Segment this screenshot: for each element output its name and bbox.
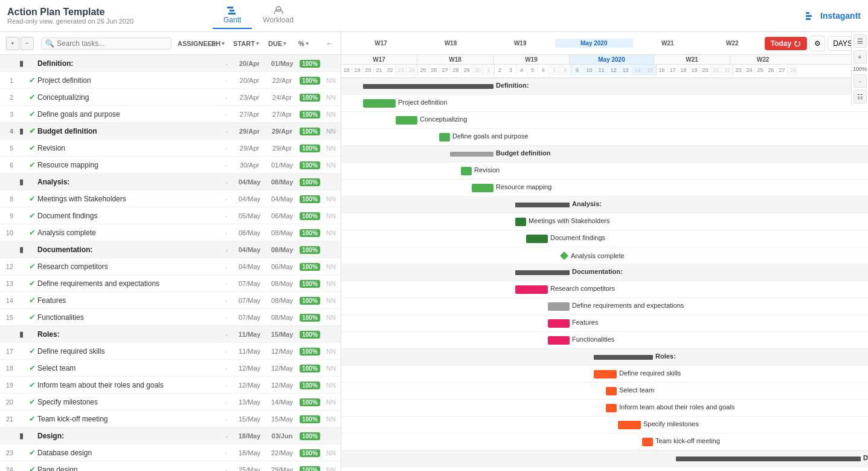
day-cell: 19 [352,65,363,76]
svg-point-3 [276,7,281,11]
gantt-rows: Definition:Project definitionConceptuali… [341,78,868,471]
search-box[interactable]: 🔍 [41,37,172,50]
app-title-area: Action Plan Template Read-only view, gen… [7,7,176,25]
top-header: Action Plan Template Read-only view, gen… [0,0,868,32]
day-cell: 24 [744,65,755,76]
task-panel: ▮ Definition: - 20/Apr 01/May 100% 1 ✔ P… [0,55,341,471]
day-cell: 5 [527,65,538,76]
settings-button[interactable]: ⚙ [809,36,825,51]
day-cell: 2 [495,65,506,76]
gantt-row [341,383,868,400]
gantt-row [341,230,868,247]
collapse-btn[interactable]: ▮ [16,330,27,339]
svg-rect-5 [806,15,812,17]
day-cell: 30 [472,65,483,76]
day-cell: 11 [596,65,608,76]
day-cell: 3 [506,65,516,76]
table-row: 20 ✔ Specify milestones - 13/May 14/May … [0,394,341,411]
collapse-btn[interactable]: ▮ [16,59,27,68]
table-row: 15 ✔ Functionalities - 07/May 08/May 100… [0,309,341,326]
today-button[interactable]: Today ⭮ [765,37,807,50]
day-cell: 27 [440,65,451,76]
gantt-row [341,247,868,264]
table-row: ▮ Definition: - 20/Apr 01/May 100% [0,55,341,72]
day-cell: 26 [766,65,777,76]
gantt-row [341,78,868,95]
day-cell: 22 [385,65,396,76]
tab-workload[interactable]: Workload [252,2,304,29]
day-cell: 18 [678,65,689,76]
toolbar-left: + − 🔍 ASSIGNEE ▾ EH ▾ START ▾ DUE ▾ % ▾ … [0,32,341,54]
tab-workload-label: Workload [263,16,293,24]
day-cell: 17 [667,65,678,76]
day-cell: 20 [700,65,711,76]
gantt-row [341,366,868,383]
week-header-w22: W22 [730,55,796,64]
eh-header: EH ▾ [209,40,231,47]
day-cell: 23 [733,65,744,76]
day-cell: 23 [396,65,407,76]
svg-rect-6 [806,18,811,20]
pct-header: % ▾ [296,40,321,47]
brand: Instagantt [805,10,861,22]
day-cell: 25 [755,65,766,76]
gantt-row [341,400,868,417]
assignee-header: ASSIGNEE ▾ [175,40,209,47]
gantt-row [341,434,868,450]
week-w19: W19 [486,40,555,47]
gantt-row [341,264,868,281]
minimap-btn[interactable]: ☷ [854,90,867,103]
svg-rect-2 [228,13,236,15]
day-cell: 26 [429,65,440,76]
zoom-out-btn[interactable]: - [854,74,867,88]
collapse-all-btn[interactable]: − [21,37,34,50]
day-cell: 28 [451,65,461,76]
day-cell: 15 [644,65,656,76]
collapse-btn[interactable]: ▮ [16,245,27,254]
left-arrow-btn[interactable]: ← [321,39,338,48]
gantt-row [341,467,868,471]
collapse-btn[interactable]: ▮ [16,432,27,440]
timeline-header: W17 W18 W19 May 2020 W21 W22 18 19 20 [341,55,868,78]
week-w22: W22 [702,40,762,47]
toolbar: + − 🔍 ASSIGNEE ▾ EH ▾ START ▾ DUE ▾ % ▾ … [0,32,868,55]
day-cell: 22 [722,65,733,76]
zoom-level: 100% [853,66,867,72]
gantt-row [341,281,868,298]
search-input[interactable] [57,39,167,48]
brand-icon [805,10,817,22]
week-header-w18: W18 [417,55,493,64]
week-may2020: May 2020 [555,39,633,48]
side-tools: ☰ + 100% - ☷ [851,32,868,106]
collapse-btn[interactable]: ▮ [16,127,27,135]
zoom-in-btn[interactable]: + [854,50,867,63]
gantt-row [341,349,868,366]
app-subtitle: Read-only view, generated on 26 Jun 2020 [7,18,176,25]
tab-gantt[interactable]: Gantt [213,2,252,29]
week-w21: W21 [633,40,702,47]
table-row: 18 ✔ Select team - 12/May 12/May 100% NN [0,360,341,377]
table-row: 8 ✔ Meetings with Stakeholders - 04/May … [0,190,341,207]
collapse-btn[interactable]: ▮ [16,178,27,186]
nav-tabs: Gantt Workload [213,2,304,29]
table-row: 24 ✔ Page design - 25/May 29/May 100% NN [0,461,341,471]
gantt-row [341,213,868,230]
day-cell: 10 [583,65,596,76]
day-cell: 21 [711,65,722,76]
table-row: 23 ✔ Database design - 18/May 22/May 100… [0,444,341,461]
day-cell: 24 [407,65,417,76]
table-row: 5 ✔ Revision - 29/Apr 29/Apr 100% NN [0,140,341,157]
gantt-panel: W17 W18 W19 May 2020 W21 W22 18 19 20 [341,55,868,471]
table-row: ▮ Analysis: - 04/May 08/May 100% [0,174,341,190]
day-cell: 7 [549,65,560,76]
day-cell: 12 [608,65,620,76]
day-cell: 20 [363,65,374,76]
expand-all-btn[interactable]: + [6,37,19,50]
map-view-btn[interactable]: ☰ [854,34,867,48]
table-row: 19 ✔ Inform team about their roles and g… [0,377,341,394]
week-header-w21: W21 [654,55,730,64]
table-row: 10 ✔ Analysis complete - 08/May 08/May 1… [0,224,341,241]
day-cell: 29 [461,65,472,76]
gantt-row [341,315,868,332]
day-cell: 21 [374,65,385,76]
